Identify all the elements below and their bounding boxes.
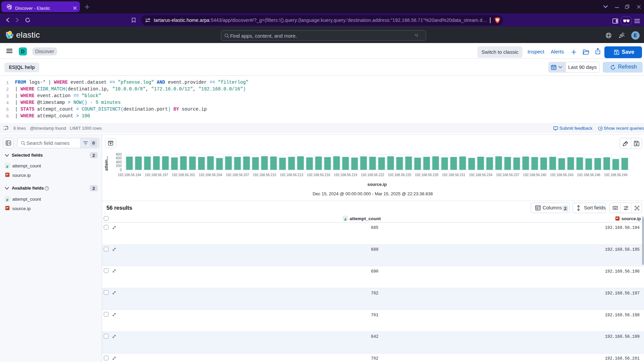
svg-text:192.168.56.197: 192.168.56.197: [145, 173, 168, 177]
svg-text:source.ip: source.ip: [367, 182, 387, 187]
svg-text:192.168.56.219: 192.168.56.219: [334, 173, 357, 177]
svg-text:192.168.56.194: 192.168.56.194: [118, 173, 141, 177]
svg-text:Dec 15, 2024 @ 00:00:00.000 -: Dec 15, 2024 @ 00:00:00.000 - Mar 15, 20…: [313, 191, 433, 196]
svg-text:192.168.56.204: 192.168.56.204: [199, 173, 222, 177]
svg-text:0: 0: [120, 168, 122, 172]
svg-text:192.168.56.237: 192.168.56.237: [496, 173, 519, 177]
svg-text:192.168.56.222: 192.168.56.222: [361, 173, 384, 177]
svg-text:192.168.56.249: 192.168.56.249: [604, 173, 628, 177]
svg-text:?: ?: [46, 187, 48, 190]
svg-text:192.168.56.201: 192.168.56.201: [172, 173, 195, 177]
svg-text:192.168.56.228: 192.168.56.228: [415, 173, 439, 177]
svg-text:attem...: attem...: [104, 156, 109, 171]
svg-text:192.168.56.246: 192.168.56.246: [577, 173, 601, 177]
svg-text:400: 400: [116, 160, 122, 164]
svg-text:192.168.56.234: 192.168.56.234: [469, 173, 493, 177]
svg-text:192.168.56.225: 192.168.56.225: [388, 173, 411, 177]
svg-text:192.168.56.240: 192.168.56.240: [523, 173, 547, 177]
svg-text:192.168.56.231: 192.168.56.231: [442, 173, 465, 177]
svg-text:192.168.56.210: 192.168.56.210: [253, 173, 276, 177]
svg-text:192.168.56.207: 192.168.56.207: [226, 173, 249, 177]
svg-text:192.168.56.213: 192.168.56.213: [280, 173, 303, 177]
svg-text:192.168.56.216: 192.168.56.216: [307, 173, 330, 177]
svg-text:200: 200: [116, 164, 122, 168]
svg-text:800: 800: [116, 152, 122, 156]
svg-text:600: 600: [116, 156, 122, 160]
svg-text:192.168.56.243: 192.168.56.243: [550, 173, 573, 177]
